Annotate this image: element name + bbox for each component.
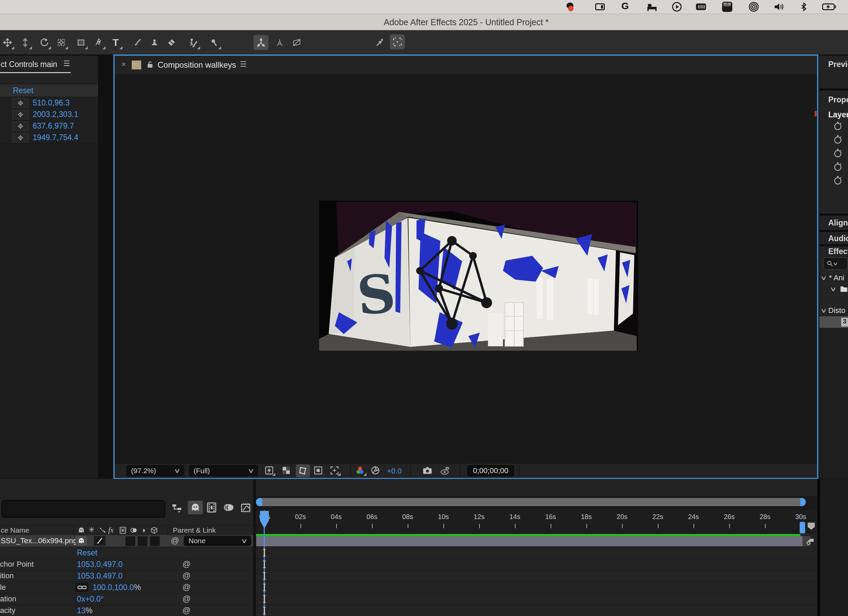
- local-axis-mode-icon[interactable]: [254, 35, 268, 50]
- time-ruler[interactable]: 00s 02s 04s 06s 08s 10s 12s 14s 16s 18s …: [256, 510, 817, 533]
- panel-menu-icon[interactable]: ☰: [240, 60, 247, 69]
- bed-icon[interactable]: [646, 2, 657, 12]
- show-snapshot-icon[interactable]: [440, 466, 452, 477]
- effects-search-input[interactable]: ∨: [823, 257, 848, 270]
- align-panel-tab[interactable]: Align: [828, 218, 848, 228]
- shy-toggle-icon[interactable]: [188, 501, 203, 514]
- exposure-value[interactable]: +0.0: [387, 467, 402, 475]
- input-method-icon[interactable]: 简拼: [722, 2, 732, 12]
- layer-quality-switch[interactable]: [94, 536, 105, 546]
- stopwatch-icon[interactable]: [833, 162, 842, 172]
- pickwhip-icon[interactable]: @: [182, 606, 191, 615]
- effects-folder-row[interactable]: ∨: [821, 284, 848, 295]
- point-target-button[interactable]: [12, 98, 28, 108]
- camera-tool-icon[interactable]: [54, 35, 69, 50]
- layer-switch-box[interactable]: [150, 536, 160, 546]
- motion-blur-icon[interactable]: [223, 502, 234, 513]
- effect-reset-button[interactable]: Reset: [13, 86, 33, 95]
- fit-view-icon[interactable]: [390, 34, 405, 49]
- pickwhip-icon[interactable]: @: [182, 582, 191, 592]
- fast-previews-icon[interactable]: [264, 466, 276, 477]
- layer-row[interactable]: SSU_Tex...06x994.png @ None∨: [0, 535, 255, 547]
- composition-tab-title[interactable]: Composition wallkeys: [157, 60, 236, 70]
- point-value[interactable]: 637.6,979.7: [33, 121, 74, 130]
- edit-selected-icon[interactable]: [372, 35, 387, 50]
- properties-panel-tab[interactable]: Prope: [828, 95, 848, 104]
- volume-icon[interactable]: [774, 2, 785, 12]
- transform-reset-button[interactable]: Reset: [77, 548, 97, 557]
- effects-category-animation[interactable]: ∨ * Ani: [821, 272, 848, 284]
- world-axis-mode-icon[interactable]: [272, 35, 287, 50]
- effect-controls-tab[interactable]: ct Controls main: [1, 60, 57, 69]
- layer-shy-switch[interactable]: [76, 536, 87, 546]
- timeline-nav-bar[interactable]: [256, 496, 817, 510]
- point-value[interactable]: 2003.2,303.1: [33, 110, 78, 119]
- nav-scrollbar[interactable]: [262, 498, 801, 506]
- keyframe-beam-icon[interactable]: I: [260, 582, 269, 594]
- snapshot-icon[interactable]: [422, 466, 434, 477]
- layer-duration-bar[interactable]: [256, 536, 802, 546]
- effects-panel-tab[interactable]: Effects: [828, 247, 848, 256]
- rectangle-tool-icon[interactable]: [74, 35, 89, 50]
- roto-brush-tool-icon[interactable]: [186, 35, 201, 50]
- point-value[interactable]: 510.0,96.3: [33, 98, 70, 108]
- pickwhip-icon[interactable]: @: [182, 594, 191, 603]
- comp-marker-bin-icon[interactable]: [806, 521, 816, 531]
- layer-switch-box[interactable]: [125, 536, 135, 546]
- frame-blending-icon[interactable]: [206, 502, 217, 513]
- property-value[interactable]: 1053.0,497.0: [77, 560, 123, 569]
- parent-pickwhip-icon[interactable]: @: [171, 536, 179, 545]
- keyframe-beam-icon[interactable]: I: [260, 547, 269, 559]
- twirl-icon[interactable]: ∨: [820, 274, 827, 281]
- mask-visibility-icon[interactable]: [296, 464, 310, 477]
- region-of-interest-icon[interactable]: [313, 466, 325, 477]
- keyframe-beam-icon[interactable]: I: [260, 593, 269, 605]
- play-circle-icon[interactable]: [672, 2, 682, 12]
- pen-tool-icon[interactable]: [91, 35, 106, 50]
- tab-close-icon[interactable]: ×: [122, 60, 126, 69]
- airdrop-icon[interactable]: [749, 2, 759, 12]
- stopwatch-icon[interactable]: [833, 135, 842, 144]
- tab-color-swatch[interactable]: [132, 61, 141, 70]
- transparency-grid-icon[interactable]: [282, 466, 293, 477]
- resolution-dropdown[interactable]: (Full)∨: [189, 465, 258, 477]
- property-value[interactable]: 100.0,100.0%: [93, 583, 141, 592]
- property-value[interactable]: 13%: [77, 606, 93, 615]
- crop-roi-icon[interactable]: [330, 466, 341, 477]
- g-assistant-icon[interactable]: G: [621, 1, 629, 12]
- comp-button-icon[interactable]: [805, 535, 815, 546]
- reset-exposure-icon[interactable]: [371, 466, 382, 477]
- point-target-button[interactable]: [12, 121, 28, 131]
- nav-end-handle[interactable]: [801, 498, 806, 506]
- stopwatch-icon[interactable]: [833, 176, 842, 185]
- clone-stamp-tool-icon[interactable]: [147, 35, 162, 50]
- rotation-tool-icon[interactable]: [37, 35, 52, 50]
- audio-panel-tab[interactable]: Audio: [828, 234, 848, 243]
- stopwatch-icon[interactable]: [833, 121, 842, 130]
- point-value[interactable]: 1949.7,754.4: [33, 133, 78, 142]
- screen-record-icon[interactable]: [565, 2, 575, 12]
- eraser-tool-icon[interactable]: [164, 35, 179, 50]
- channel-settings-icon[interactable]: [355, 466, 367, 477]
- bluetooth-icon[interactable]: [799, 2, 808, 12]
- parent-dropdown[interactable]: None∨: [184, 536, 251, 546]
- effects-selected-item[interactable]: 3: [820, 316, 848, 328]
- property-value[interactable]: 1053.0,497.0: [77, 572, 123, 580]
- keyframe-beam-icon[interactable]: I: [260, 558, 269, 570]
- selection-tool-icon[interactable]: [0, 35, 15, 50]
- display-sidecar-icon[interactable]: [595, 2, 605, 12]
- twirl-icon[interactable]: ∨: [830, 285, 837, 293]
- stopwatch-icon[interactable]: [833, 148, 842, 158]
- layer-source-name[interactable]: SSU_Tex...06x994.png: [1, 536, 77, 545]
- parent-link-column[interactable]: Parent & Link: [173, 526, 216, 535]
- point-target-button[interactable]: [12, 110, 28, 119]
- unlock-icon[interactable]: [146, 60, 154, 69]
- timecode-display[interactable]: 0;00;00;00: [467, 464, 515, 477]
- point-target-button[interactable]: [12, 133, 28, 142]
- zoom-level-dropdown[interactable]: (97.2%)∨: [126, 465, 184, 477]
- source-name-column[interactable]: ce Name: [1, 526, 29, 535]
- effects-category-distort[interactable]: ∨ Disto: [821, 305, 848, 316]
- hand-tool-icon[interactable]: [18, 35, 33, 50]
- keyframe-beam-icon[interactable]: I: [260, 605, 269, 616]
- layer-switch-box[interactable]: [138, 536, 148, 546]
